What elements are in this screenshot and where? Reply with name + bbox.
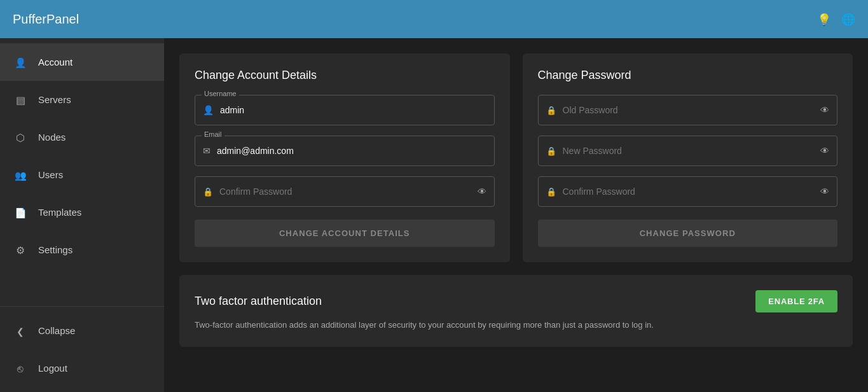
- sidebar-label-account: Account: [38, 57, 72, 67]
- bulb-icon[interactable]: [817, 12, 831, 27]
- confirm-password-pw-eye-icon[interactable]: [820, 186, 829, 197]
- change-account-button[interactable]: CHANGE ACCOUNT DETAILS: [195, 220, 495, 247]
- sidebar: Account Servers Nodes Users Templates Se: [0, 38, 164, 392]
- confirm-password-field-group: [195, 176, 495, 207]
- twofa-header: Two factor authentication ENABLE 2FA: [195, 290, 837, 312]
- logout-label: Logout: [38, 363, 67, 374]
- person-icon: [13, 55, 28, 69]
- sidebar-item-users[interactable]: Users: [0, 156, 164, 193]
- sidebar-nav: Account Servers Nodes Users Templates Se: [0, 38, 164, 306]
- sidebar-item-templates[interactable]: Templates: [0, 193, 164, 231]
- new-password-eye-icon[interactable]: [820, 145, 829, 157]
- new-password-input[interactable]: [563, 146, 815, 156]
- change-account-title: Change Account Details: [195, 69, 495, 82]
- sidebar-logout[interactable]: Logout: [0, 349, 164, 387]
- email-label: Email: [202, 130, 224, 138]
- confirm-password-pw-input[interactable]: [563, 186, 815, 197]
- topbar-actions: [817, 12, 855, 27]
- collapse-icon: [13, 323, 28, 338]
- twofa-card: Two factor authentication ENABLE 2FA Two…: [179, 275, 853, 347]
- node-icon: [13, 130, 28, 144]
- sidebar-item-account[interactable]: Account: [0, 43, 164, 81]
- enable-2fa-button[interactable]: ENABLE 2FA: [755, 290, 837, 312]
- sidebar-item-settings[interactable]: Settings: [0, 231, 164, 269]
- old-password-eye-icon[interactable]: [820, 104, 829, 116]
- email-input[interactable]: [217, 146, 486, 156]
- confirm-password-pw-wrapper: [538, 176, 838, 207]
- users-icon: [13, 167, 28, 182]
- layout: Account Servers Nodes Users Templates Se: [0, 38, 868, 392]
- new-password-field-group: [538, 136, 838, 166]
- confirm-password-pw-lock-icon: [546, 186, 556, 197]
- sidebar-bottom: Collapse Logout: [0, 306, 164, 392]
- username-field-group: Username: [195, 95, 495, 125]
- confirm-password-input[interactable]: [219, 186, 471, 197]
- change-password-button[interactable]: CHANGE PASSWORD: [538, 220, 838, 247]
- username-label: Username: [202, 90, 239, 97]
- sidebar-item-servers[interactable]: Servers: [0, 81, 164, 118]
- template-icon: [13, 205, 28, 220]
- sidebar-label-templates: Templates: [38, 207, 81, 218]
- old-password-lock-icon: [546, 104, 556, 116]
- main-content: Change Account Details Username Email: [164, 38, 868, 392]
- confirm-password-eye-icon[interactable]: [478, 186, 486, 197]
- sidebar-label-nodes: Nodes: [38, 132, 65, 143]
- new-password-wrapper: [538, 136, 838, 166]
- new-password-lock-icon: [546, 145, 556, 157]
- change-password-title: Change Password: [538, 69, 838, 82]
- username-input[interactable]: [220, 105, 486, 115]
- old-password-wrapper: [538, 95, 838, 125]
- username-wrapper: Username: [195, 95, 495, 125]
- sidebar-item-nodes[interactable]: Nodes: [0, 118, 164, 156]
- settings-icon: [13, 242, 28, 257]
- old-password-field-group: [538, 95, 838, 125]
- confirm-password-lock-icon: [203, 186, 213, 197]
- twofa-description: Two-factor authentication adds an additi…: [195, 319, 837, 332]
- server-icon: [13, 92, 28, 107]
- cards-row: Change Account Details Username Email: [179, 53, 853, 262]
- globe-icon[interactable]: [841, 12, 855, 27]
- sidebar-label-servers: Servers: [38, 94, 71, 105]
- sidebar-label-users: Users: [38, 169, 63, 180]
- old-password-input[interactable]: [563, 105, 815, 115]
- email-wrapper: Email: [195, 136, 495, 166]
- app-title: PufferPanel: [13, 12, 79, 27]
- collapse-label: Collapse: [38, 325, 75, 336]
- twofa-title: Two factor authentication: [195, 295, 322, 308]
- email-icon: [203, 145, 210, 157]
- email-field-group: Email: [195, 136, 495, 166]
- sidebar-collapse[interactable]: Collapse: [0, 312, 164, 349]
- sidebar-label-settings: Settings: [38, 244, 72, 255]
- confirm-password-wrapper: [195, 176, 495, 207]
- topbar: PufferPanel: [0, 0, 868, 38]
- confirm-password-pw-field-group: [538, 176, 838, 207]
- logout-icon: [13, 361, 28, 375]
- username-icon: [203, 104, 214, 116]
- change-password-card: Change Password: [523, 53, 853, 262]
- change-account-card: Change Account Details Username Email: [179, 53, 510, 262]
